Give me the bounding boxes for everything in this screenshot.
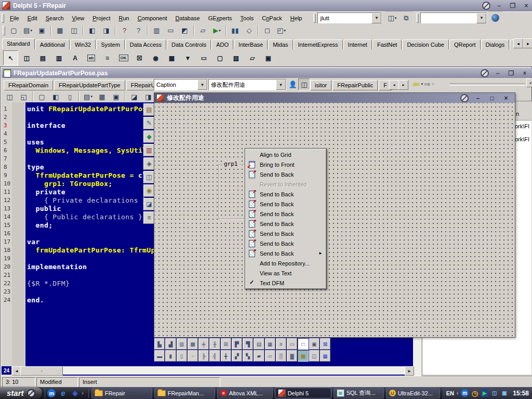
h-scroll-thumb[interactable]: ≡	[20, 366, 63, 376]
toolbar-grip[interactable]	[313, 14, 316, 23]
maxthon-tray-icon[interactable]: m	[461, 389, 469, 397]
size-to-grid-button[interactable]: ▭	[287, 338, 297, 350]
combo-box-button[interactable]: ▼	[180, 50, 195, 65]
palette-tab-data-controls[interactable]: Data Controls	[167, 39, 211, 49]
clock-tray-icon[interactable]: ◷	[471, 389, 478, 397]
identifier-search-combo[interactable]: jlutt ▼	[317, 12, 382, 24]
copy-page-button[interactable]: ◧	[49, 90, 63, 103]
language-indicator[interactable]: EN	[446, 390, 454, 396]
selector-arrow-button[interactable]: ↖	[3, 50, 18, 65]
context-menu-item-view-as-text[interactable]: View as Text	[246, 268, 325, 278]
scroll-right-icon[interactable]: ►	[405, 366, 414, 376]
object-inspector-button[interactable]: 👤	[287, 78, 299, 90]
dec-h-space-button[interactable]: ⊞	[221, 338, 231, 350]
group-box-button[interactable]: ▢	[212, 50, 228, 65]
align-top-edges-button[interactable]: ▛	[232, 338, 242, 350]
editor-maximize-button[interactable]: ❐	[507, 70, 516, 77]
flag-quicklaunch-icon[interactable]: ◆	[70, 389, 79, 398]
trace-into-button[interactable]: ◇	[242, 24, 256, 37]
bring-to-front-button[interactable]: □	[298, 338, 308, 350]
memo-button[interactable]: ≡	[100, 50, 115, 65]
back-history-caret-icon[interactable]: ▾	[421, 82, 423, 86]
palette-tab-midas[interactable]: Midas	[268, 39, 292, 49]
palette-scroll-right-icon[interactable]: ▸	[523, 38, 532, 48]
palette-tab-additional[interactable]: Additional	[35, 39, 70, 49]
palette-tab-dialogs[interactable]: Dialogs	[481, 39, 510, 49]
task-button-delphi-5[interactable]: Delphi 5	[275, 388, 331, 398]
copy-controls-button[interactable]: ◫	[309, 350, 320, 362]
shrink-width-button[interactable]: ╠	[198, 350, 209, 362]
notes-button[interactable]: ≡	[143, 211, 155, 224]
creation-order-button[interactable]: ▱	[265, 350, 275, 362]
maxthon-quicklaunch-icon[interactable]: m	[47, 389, 56, 397]
main-menu-button[interactable]: ▤	[35, 50, 50, 65]
align-left-edges-button[interactable]: ▙	[154, 338, 165, 350]
chevron-down-icon[interactable]: ▾	[284, 29, 286, 33]
list-box-button[interactable]: ▦	[164, 50, 179, 65]
action-list-button[interactable]: ▣	[261, 50, 276, 65]
palette-tab-ado[interactable]: ADO	[211, 39, 233, 49]
menu-edit[interactable]: Edit	[23, 14, 42, 23]
designer-minimize-button[interactable]: –	[473, 95, 483, 102]
save-as-button[interactable]: ◨	[141, 90, 155, 103]
pause-button[interactable]: ▮▮	[228, 24, 242, 37]
designer-close-button[interactable]: ×	[501, 95, 511, 102]
same-height-button[interactable]: ▮	[165, 350, 176, 362]
task-button-sql-[interactable]: ▦SQL 查询...	[334, 388, 384, 398]
radio-group-button[interactable]: ▧	[229, 50, 244, 65]
context-menu-item-align-to-grid[interactable]: Align to Grid	[246, 150, 325, 159]
context-menu-item-send-to-back[interactable]: ↗Send to Back	[246, 219, 325, 229]
help-book-button[interactable]: ▤	[143, 103, 155, 116]
view-unit-button[interactable]: ▥	[150, 24, 164, 37]
menu-component[interactable]: Component	[134, 14, 171, 23]
label-button[interactable]: A	[68, 50, 83, 65]
editor-gutter[interactable]: 123456789101112131415161718192021222324	[2, 102, 26, 399]
editor-tab-frepairpublic[interactable]: FRepairPublic	[332, 80, 378, 90]
palette-tab-interbase[interactable]: InterBase	[234, 39, 268, 49]
form-edit-button[interactable]: ◫	[143, 171, 155, 183]
align-v-centers-button[interactable]: ▤	[254, 338, 264, 350]
task-button-altova-xml-[interactable]: ×Altova XML...	[217, 388, 273, 398]
open-file-button[interactable]: ▤▾	[81, 90, 95, 103]
context-menu-item-send-to-back[interactable]: ↗Send to Back	[246, 189, 325, 199]
align-right-edges-button[interactable]: ▟	[165, 338, 176, 350]
center-horizontally-button[interactable]: ▩	[188, 338, 198, 350]
tab-scroll-right-icon[interactable]: ▸	[398, 80, 408, 90]
grid-options-button[interactable]: ▦	[320, 350, 330, 362]
quick-launch-expand-icon[interactable]: ›	[79, 390, 85, 396]
task-button-frepair[interactable]: FRepair	[91, 388, 152, 398]
align-h-centers-button[interactable]: ▥	[177, 338, 187, 350]
media-tray-icon[interactable]: ▶	[481, 389, 488, 397]
toggle-form-unit-button[interactable]: ◩	[178, 24, 192, 37]
window-tile-button[interactable]: ⧉	[399, 11, 413, 24]
palette-scroll-left-icon[interactable]: ◂	[513, 38, 523, 48]
palette-tab-system[interactable]: System	[96, 39, 125, 49]
menu-file[interactable]: File	[6, 14, 23, 23]
lock-controls-button[interactable]: ▩	[298, 350, 308, 362]
component-new-button[interactable]: ◻	[260, 24, 274, 37]
checkbox-button[interactable]: ☒	[132, 50, 147, 65]
shrink-height-button[interactable]: ╋	[221, 350, 231, 362]
scroll-bar-button[interactable]: ▭	[196, 50, 211, 65]
chevron-down-icon[interactable]: ▼	[371, 13, 381, 23]
open-project-button[interactable]: ◫	[67, 24, 81, 37]
start-button[interactable]: start	[0, 387, 42, 399]
open-file-button[interactable]: ▤▾	[21, 24, 35, 37]
lock-button[interactable]: ◈	[143, 157, 155, 170]
h-scroll-track[interactable]	[20, 366, 405, 375]
align-bottom-edges-button[interactable]: ▜	[243, 338, 253, 350]
main-title-bar[interactable]: Delphi 5 - FRepair – ❐ ×	[0, 0, 532, 11]
window-cascade-button[interactable]: ◫▾	[385, 11, 399, 24]
toolbar-close-icon[interactable]: ×	[526, 78, 532, 87]
context-menu-item-send-to-back[interactable]: ↗Send to Back	[246, 238, 325, 248]
property-value-combo[interactable]: 修改配件用途 ▼	[208, 79, 286, 90]
property-name-combo[interactable]: Caption ▼	[154, 79, 208, 90]
open-at-cursor-button[interactable]: ◪	[127, 90, 141, 103]
grow-width-button[interactable]: ▫	[188, 350, 198, 362]
editor-close-button[interactable]: ×	[520, 70, 529, 77]
new-form-button[interactable]: ▱	[196, 24, 210, 37]
context-menu-item-send-to-back[interactable]: ↗Send to Back	[246, 229, 325, 238]
coins-button[interactable]: ◉	[143, 184, 155, 197]
structure-button[interactable]: ◆	[143, 130, 155, 143]
palette-tab-win32[interactable]: Win32	[70, 39, 96, 49]
